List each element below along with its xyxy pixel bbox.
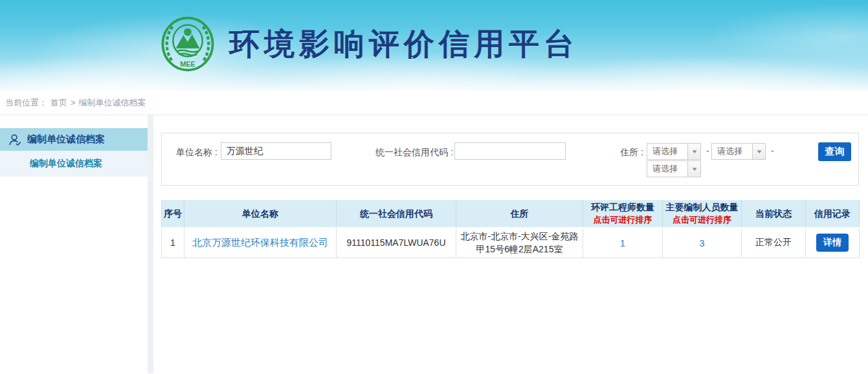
breadcrumb-separator: > xyxy=(71,98,76,107)
table-header-row: 序号 单位名称 统一社会信用代码 住所 环评工程师数量 点击可进行排序 主要编制… xyxy=(162,201,860,228)
query-button[interactable]: 查询 xyxy=(818,142,851,161)
city-select-value[interactable]: 请选择 xyxy=(711,143,753,160)
sidebar-divider xyxy=(148,115,153,373)
chevron-down-icon: ▼ xyxy=(755,149,762,155)
col-header-index: 序号 xyxy=(162,201,184,228)
col-header-staff-count-label: 主要编制人员数量 xyxy=(666,202,739,212)
province-select[interactable]: 请选择 ▼ xyxy=(647,143,701,160)
status-cell: 正常公开 xyxy=(742,228,806,258)
table-row: 1 北京万源世纪环保科技有限公司 91110115MA7LWUA76U 北京市-… xyxy=(162,228,860,258)
credit-code-input[interactable] xyxy=(454,142,566,160)
col-header-address: 住所 xyxy=(456,201,583,228)
sidebar-item-credit-archive-parent[interactable]: 编制单位诚信档案 xyxy=(0,128,148,151)
sort-hint-engineer: 点击可进行排序 xyxy=(584,214,661,226)
credit-code-label: 统一社会信用代码 : xyxy=(375,147,453,159)
district-select-value[interactable]: 请选择 xyxy=(647,160,688,177)
breadcrumb-home-link[interactable]: 首页 xyxy=(50,97,67,109)
sidebar-item-credit-archive[interactable]: 编制单位诚信档案 xyxy=(0,151,148,177)
row-index-cell: 1 xyxy=(162,228,184,258)
staff-count-link[interactable]: 3 xyxy=(699,237,704,248)
col-header-status: 当前状态 xyxy=(742,201,806,228)
address-cell: 北京市-北京市-大兴区-金苑路 甲15号6幢2层A215室 xyxy=(459,230,580,256)
mee-logo-text: MEE xyxy=(180,60,195,68)
site-title: 环境影响评价信用平台 xyxy=(229,24,579,65)
address-line-1: 北京市-北京市-大兴区-金苑路 xyxy=(459,230,580,243)
city-select-arrow-button[interactable]: ▼ xyxy=(752,143,766,160)
province-select-value[interactable]: 请选择 xyxy=(647,143,688,160)
col-header-credit-code: 统一社会信用代码 xyxy=(337,201,456,228)
breadcrumb-current: 编制单位诚信档案 xyxy=(79,97,146,109)
residence-label: 住所 : xyxy=(620,147,643,159)
detail-button[interactable]: 详情 xyxy=(816,234,849,252)
main-panel: 单位名称 : 统一社会信用代码 : 住所 : 请选择 ▼ - 请选择 ▼ - 请… xyxy=(153,115,868,373)
district-select-arrow-button[interactable]: ▼ xyxy=(687,160,701,177)
search-form: 单位名称 : 统一社会信用代码 : 住所 : 请选择 ▼ - 请选择 ▼ - 请… xyxy=(161,133,859,186)
results-table: 序号 单位名称 统一社会信用代码 住所 环评工程师数量 点击可进行排序 主要编制… xyxy=(161,200,860,258)
company-name-label: 单位名称 : xyxy=(176,147,217,159)
mee-logo-icon: MEE xyxy=(161,16,215,72)
sort-hint-staff: 点击可进行排序 xyxy=(664,214,740,226)
user-check-icon xyxy=(8,133,22,147)
chevron-down-icon: ▼ xyxy=(691,166,698,172)
company-name-link[interactable]: 北京万源世纪环保科技有限公司 xyxy=(192,237,328,248)
breadcrumb-prefix: 当前位置： xyxy=(5,97,47,109)
province-select-arrow-button[interactable]: ▼ xyxy=(687,143,701,160)
company-name-input[interactable] xyxy=(221,142,331,160)
col-header-company: 单位名称 xyxy=(184,201,337,228)
breadcrumb: 当前位置： 首页 > 编制单位诚信档案 xyxy=(0,91,868,115)
sidebar-subitem-label: 编制单位诚信档案 xyxy=(30,158,102,170)
col-header-engineer-count-label: 环评工程师数量 xyxy=(591,202,654,212)
city-select[interactable]: 请选择 ▼ xyxy=(711,143,766,160)
content-area: 编制单位诚信档案 编制单位诚信档案 单位名称 : 统一社会信用代码 : 住所 :… xyxy=(0,115,868,373)
site-banner: MEE 环境影响评价信用平台 xyxy=(0,0,868,91)
residence-dash-2: - xyxy=(771,146,774,156)
district-select[interactable]: 请选择 ▼ xyxy=(647,160,701,177)
col-header-staff-count-sortable[interactable]: 主要编制人员数量 点击可进行排序 xyxy=(663,201,742,228)
credit-code-cell: 91110115MA7LWUA76U xyxy=(337,228,456,258)
col-header-engineer-count-sortable[interactable]: 环评工程师数量 点击可进行排序 xyxy=(583,201,663,228)
col-header-credit-record: 信用记录 xyxy=(806,201,860,228)
sidebar-item-label: 编制单位诚信档案 xyxy=(27,133,105,146)
address-line-2: 甲15号6幢2层A215室 xyxy=(459,243,580,256)
chevron-down-icon: ▼ xyxy=(691,149,698,155)
sidebar: 编制单位诚信档案 编制单位诚信档案 xyxy=(0,115,148,373)
banner-brand: MEE 环境影响评价信用平台 xyxy=(161,16,579,72)
engineer-count-link[interactable]: 1 xyxy=(620,237,625,248)
residence-dash-1: - xyxy=(706,146,709,156)
